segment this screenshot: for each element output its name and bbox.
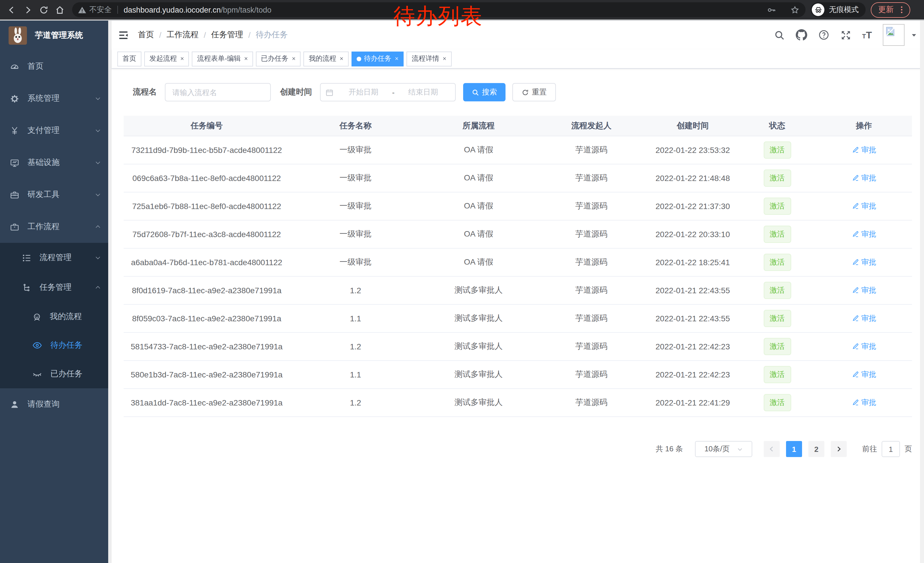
- approve-link[interactable]: 审批: [852, 369, 876, 380]
- tab-3[interactable]: 已办任务 ×: [256, 51, 301, 66]
- help-icon[interactable]: [818, 29, 830, 41]
- update-button[interactable]: 更新: [871, 2, 910, 18]
- sidebar-item-6[interactable]: 流程管理: [0, 243, 112, 273]
- sidebar-item-label: 首页: [27, 61, 44, 72]
- close-icon[interactable]: ×: [442, 56, 446, 62]
- table-row: 381aa1dd-7ac8-11ec-a9e2-a2380e71991a 1.2…: [124, 389, 912, 417]
- cell-starter: 芋道源码: [536, 398, 647, 408]
- fullscreen-icon[interactable]: [840, 30, 851, 41]
- breadcrumb-item-2[interactable]: 任务管理: [211, 30, 243, 40]
- approve-link[interactable]: 审批: [852, 313, 876, 324]
- sidebar-item-7[interactable]: 任务管理: [0, 273, 112, 302]
- sidebar-item-label: 我的流程: [50, 312, 82, 322]
- close-icon[interactable]: ×: [292, 56, 296, 62]
- close-icon[interactable]: ×: [395, 56, 399, 62]
- approve-link[interactable]: 审批: [852, 229, 876, 239]
- key-icon[interactable]: [766, 5, 776, 15]
- tab-5[interactable]: 待办任务 ×: [351, 51, 404, 66]
- sidebar-item-1[interactable]: 系统管理: [0, 83, 112, 114]
- cell-task-name: 1.2: [290, 398, 422, 407]
- home-icon[interactable]: [51, 2, 68, 18]
- page-scrollbar[interactable]: [920, 21, 924, 563]
- edit-pen-icon: [852, 315, 859, 322]
- table-body: 73211d9d-7b9b-11ec-b5b7-acde48001122 一级审…: [124, 136, 912, 417]
- hamburger-icon[interactable]: [118, 30, 129, 41]
- cell-task-id: 725a1eb6-7b88-11ec-8ef0-acde48001122: [124, 201, 290, 211]
- sidebar-item-3[interactable]: 基础设施: [0, 147, 112, 179]
- sidebar-item-label: 工作流程: [27, 222, 60, 232]
- date-range-picker[interactable]: 开始日期 - 结束日期: [320, 83, 456, 101]
- sidebar-scrollbar[interactable]: [108, 21, 112, 563]
- sidebar-menu: 首页 系统管理 支付管理 基础设施 研发工具 工作流程 流程管理 任务管理 我的…: [0, 50, 112, 420]
- reset-button[interactable]: 重置: [512, 83, 556, 101]
- sidebar-item-9[interactable]: 待办任务: [0, 331, 112, 360]
- close-icon[interactable]: ×: [180, 56, 184, 62]
- forward-icon[interactable]: [20, 2, 36, 18]
- sidebar-item-4[interactable]: 研发工具: [0, 179, 112, 211]
- tab-0[interactable]: 首页: [117, 51, 141, 66]
- reload-icon[interactable]: [36, 2, 51, 18]
- breadcrumb-item-0[interactable]: 首页: [138, 30, 154, 40]
- approve-link[interactable]: 审批: [852, 145, 876, 155]
- navbar-actions: TT: [774, 24, 924, 46]
- status-badge: 激活: [764, 254, 791, 271]
- cell-task-name: 一级审批: [290, 145, 422, 155]
- tab-4[interactable]: 我的流程 ×: [304, 51, 349, 66]
- cell-status: 激活: [738, 198, 816, 215]
- avatar-caret-icon[interactable]: [911, 32, 917, 38]
- cell-task-id: 381aa1dd-7ac8-11ec-a9e2-a2380e71991a: [124, 398, 290, 407]
- search-small-icon: [472, 89, 479, 96]
- cell-process: 测试多审批人: [422, 313, 536, 324]
- approve-link[interactable]: 审批: [852, 398, 876, 408]
- sidebar-item-11[interactable]: 请假查询: [0, 388, 112, 420]
- goto-label: 前往: [862, 444, 877, 454]
- close-icon[interactable]: ×: [340, 56, 344, 62]
- create-time-label: 创建时间: [280, 87, 312, 98]
- back-icon[interactable]: [3, 2, 20, 18]
- page-button-2[interactable]: 2: [808, 441, 824, 457]
- tab-2[interactable]: 流程表单-编辑 ×: [192, 51, 253, 66]
- approve-link[interactable]: 审批: [852, 341, 876, 352]
- tab-label: 发起流程: [149, 54, 177, 63]
- breadcrumb-item-3: 待办任务: [256, 30, 288, 40]
- tab-1[interactable]: 发起流程 ×: [144, 51, 189, 66]
- approve-link[interactable]: 审批: [852, 201, 876, 211]
- cell-actions: 审批: [816, 369, 912, 380]
- table-row: 8f059c03-7ac8-11ec-a9e2-a2380e71991a 1.1…: [124, 305, 912, 333]
- github-icon[interactable]: [796, 29, 807, 41]
- end-date-placeholder: 结束日期: [396, 87, 450, 98]
- tab-6[interactable]: 流程详情 ×: [406, 51, 452, 66]
- star-icon[interactable]: [790, 5, 800, 15]
- incognito-badge: 无痕模式: [811, 2, 866, 17]
- cell-task-name: 1.2: [290, 286, 422, 295]
- approve-link[interactable]: 审批: [852, 173, 876, 183]
- goto-page-input[interactable]: [882, 441, 900, 457]
- prev-page-button[interactable]: [764, 441, 780, 457]
- approve-link[interactable]: 审批: [852, 285, 876, 296]
- menu-dots-icon[interactable]: [897, 5, 906, 14]
- avatar[interactable]: [883, 24, 904, 46]
- tab-label: 首页: [123, 54, 136, 63]
- page-button-1[interactable]: 1: [786, 441, 802, 457]
- search-icon[interactable]: [774, 30, 785, 41]
- sidebar-item-0[interactable]: 首页: [0, 50, 112, 83]
- page-size-select[interactable]: 10条/页: [695, 441, 752, 457]
- process-name-input[interactable]: [165, 83, 271, 101]
- active-dot: [357, 56, 361, 61]
- search-button[interactable]: 搜索: [463, 83, 506, 101]
- incognito-icon: [812, 3, 824, 16]
- cell-create-time: 2022-01-21 22:42:23: [647, 370, 738, 379]
- breadcrumb-item-1[interactable]: 工作流程: [166, 30, 199, 40]
- sidebar-item-2[interactable]: 支付管理: [0, 114, 112, 147]
- edit-pen-icon: [852, 343, 859, 350]
- sidebar-item-8[interactable]: 我的流程: [0, 302, 112, 331]
- sidebar-item-10[interactable]: 已办任务: [0, 360, 112, 388]
- cell-task-name: 一级审批: [290, 229, 422, 239]
- close-icon[interactable]: ×: [244, 56, 248, 62]
- sidebar-item-5[interactable]: 工作流程: [0, 211, 112, 243]
- approve-link[interactable]: 审批: [852, 257, 876, 267]
- next-page-button[interactable]: [831, 441, 847, 457]
- text-size-icon[interactable]: TT: [862, 30, 872, 40]
- cell-process: 测试多审批人: [422, 341, 536, 352]
- incognito-label: 无痕模式: [829, 5, 859, 15]
